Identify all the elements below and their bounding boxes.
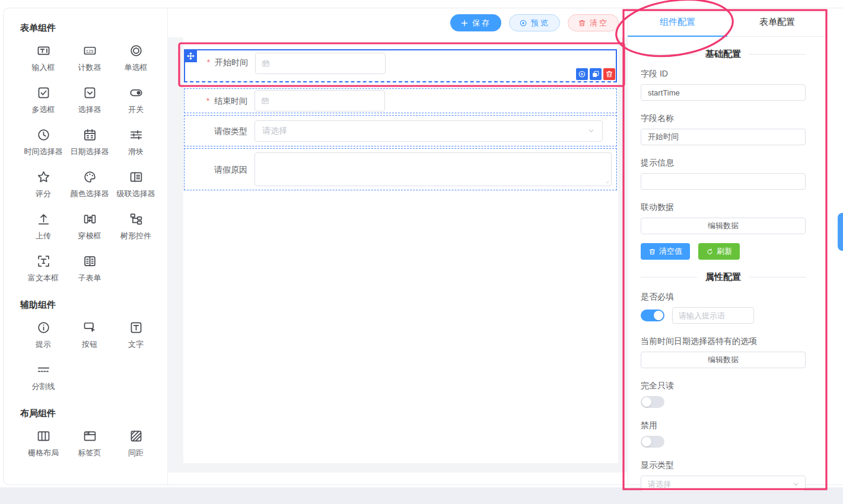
section-attr-config: 属性配置 (641, 272, 806, 283)
sidebar-item-tip[interactable]: 提示 (20, 313, 66, 355)
field-id-input[interactable] (641, 84, 806, 101)
readonly-toggle[interactable] (641, 396, 664, 408)
sidebar-group-grid: 输入框123计数器单选框多选框选择器开关时间选择器日期选择器滑块评分颜色选择器级… (20, 36, 159, 289)
sidebar-item-label: 按钮 (82, 339, 97, 350)
sidebar-item-divider[interactable]: 分割线 (20, 355, 66, 397)
start-time-date-input[interactable] (255, 53, 386, 74)
canvas-field-leave-reason[interactable]: 请假原因 (184, 148, 617, 190)
form-canvas[interactable]: 开始时间 (183, 37, 618, 463)
sidebar-group-title: 辅助组件 (20, 299, 159, 311)
add-field-button[interactable] (576, 68, 588, 80)
sidebar-item-select[interactable]: 选择器 (66, 78, 113, 120)
sidebar-item-radio[interactable]: 单选框 (113, 36, 159, 78)
sidebar-item-label: 上传 (36, 231, 51, 241)
field-id-label: 字段 ID (641, 69, 806, 79)
sidebar-item-tree[interactable]: 树形控件 (113, 205, 159, 247)
sidebar-item-label: 单选框 (125, 62, 148, 73)
sidebar-item-spacing[interactable]: 间距 (113, 422, 159, 464)
switch-icon (129, 86, 143, 100)
date-picker-icon (83, 128, 97, 142)
sidebar-item-time-picker[interactable]: 时间选择器 (20, 120, 66, 162)
field-name-input[interactable] (641, 129, 806, 145)
sidebar-item-checkbox[interactable]: 多选框 (20, 78, 66, 120)
section-basic-config: 基础配置 (641, 49, 806, 60)
radio-icon (129, 44, 143, 58)
time-picker-icon (37, 128, 50, 142)
sidebar-item-transfer[interactable]: 穿梭框 (66, 205, 113, 247)
designer-center: 保存 预览 清空 开始时间 (168, 8, 627, 484)
canvas-field-start-time[interactable]: 开始时间 (184, 49, 617, 82)
end-time-date-input[interactable] (255, 90, 385, 111)
cascader-icon (129, 170, 143, 184)
sidebar-item-cascader[interactable]: 级联选择器 (113, 162, 159, 205)
edit-datetime-options-button[interactable]: 编辑数据 (641, 352, 806, 368)
preview-button[interactable]: 预览 (509, 14, 560, 31)
grid-layout-icon (37, 429, 50, 443)
sidebar-item-label: 文字 (128, 339, 144, 350)
required-toggle[interactable] (641, 310, 664, 321)
edit-linkage-data-button[interactable]: 编辑数据 (641, 218, 806, 234)
sidebar-item-date-picker[interactable]: 日期选择器 (66, 120, 113, 162)
config-panel: 组件配置 表单配置 基础配置 字段 ID 字段名称 提示信息 联动数据 编辑数据… (627, 8, 827, 484)
sidebar-item-button[interactable]: 按钮 (66, 313, 113, 355)
clear-button[interactable]: 清空 (568, 14, 619, 31)
sidebar-item-label: 穿梭框 (78, 231, 101, 241)
sidebar-group-grid: 提示按钮文字分割线 (20, 313, 159, 397)
delete-field-button[interactable] (603, 68, 615, 80)
sidebar-item-label: 子表单 (78, 273, 101, 283)
copy-icon (591, 70, 600, 78)
drawer-edge-handle[interactable] (838, 213, 843, 251)
required-label: 是否必填 (641, 292, 806, 302)
copy-field-button[interactable] (590, 68, 602, 80)
display-type-select[interactable] (641, 476, 806, 492)
leave-reason-textarea[interactable] (255, 152, 612, 186)
sidebar-item-label: 多选框 (32, 104, 55, 115)
canvas-toolbar: 保存 预览 清空 (168, 8, 627, 37)
leave-type-select[interactable]: 请选择 (255, 120, 603, 142)
form-designer-app: 表单组件输入框123计数器单选框多选框选择器开关时间选择器日期选择器滑块评分颜色… (3, 8, 843, 485)
rate-icon (37, 170, 50, 184)
sidebar-item-switch[interactable]: 开关 (113, 78, 159, 120)
sidebar-item-rich-text[interactable]: 富文本框 (20, 247, 66, 289)
tabs-icon: TAB (83, 429, 97, 443)
svg-text:123: 123 (85, 49, 93, 54)
canvas-field-leave-type[interactable]: 请假类型 请选择 (184, 115, 617, 146)
tab-component-config[interactable]: 组件配置 (628, 8, 727, 36)
sidebar-item-rate[interactable]: 评分 (20, 162, 66, 205)
select-icon (83, 86, 97, 100)
tree-icon (129, 212, 143, 226)
sidebar-item-label: 富文本框 (28, 273, 59, 283)
sidebar-item-label: 颜色选择器 (71, 189, 109, 199)
resize-grip-icon[interactable] (603, 177, 610, 184)
sidebar-item-tabs[interactable]: TAB标签页 (66, 422, 113, 464)
select-placeholder: 请选择 (262, 126, 287, 136)
tab-form-config[interactable]: 表单配置 (727, 8, 827, 36)
sidebar-item-grid-layout[interactable]: 栅格布局 (20, 422, 66, 464)
plus-circle-icon (578, 70, 586, 78)
drag-handle[interactable] (184, 49, 197, 62)
save-button-label: 保存 (472, 18, 491, 28)
sidebar-item-slider[interactable]: 滑块 (113, 120, 159, 162)
disabled-toggle[interactable] (641, 436, 664, 448)
sidebar-item-color-picker[interactable]: 颜色选择器 (66, 162, 113, 205)
config-tabs: 组件配置 表单配置 (628, 8, 827, 37)
checkbox-icon (37, 86, 50, 100)
save-button[interactable]: 保存 (450, 14, 501, 31)
field-label-leave-reason: 请假原因 (184, 159, 255, 180)
eye-icon (519, 19, 527, 27)
sidebar-item-input[interactable]: 输入框 (20, 36, 66, 78)
tip-info-input[interactable] (641, 173, 806, 190)
refresh-button[interactable]: 刷新 (698, 243, 740, 260)
sidebar-item-label: 选择器 (78, 104, 101, 115)
rich-text-icon (37, 254, 50, 268)
required-hint-input[interactable] (672, 307, 754, 324)
sidebar-item-text[interactable]: 文字 (113, 313, 159, 355)
value-actions: 清空值 刷新 (641, 243, 806, 260)
sidebar-item-upload[interactable]: 上传 (20, 205, 66, 247)
transfer-icon (83, 212, 97, 226)
canvas-field-end-time[interactable]: 结束时间 (184, 88, 617, 113)
sidebar-item-counter[interactable]: 123计数器 (66, 36, 113, 78)
sidebar-item-sub-form[interactable]: 子表单 (66, 247, 113, 289)
clear-value-button[interactable]: 清空值 (641, 243, 690, 260)
sidebar-item-label: 间距 (128, 448, 144, 458)
